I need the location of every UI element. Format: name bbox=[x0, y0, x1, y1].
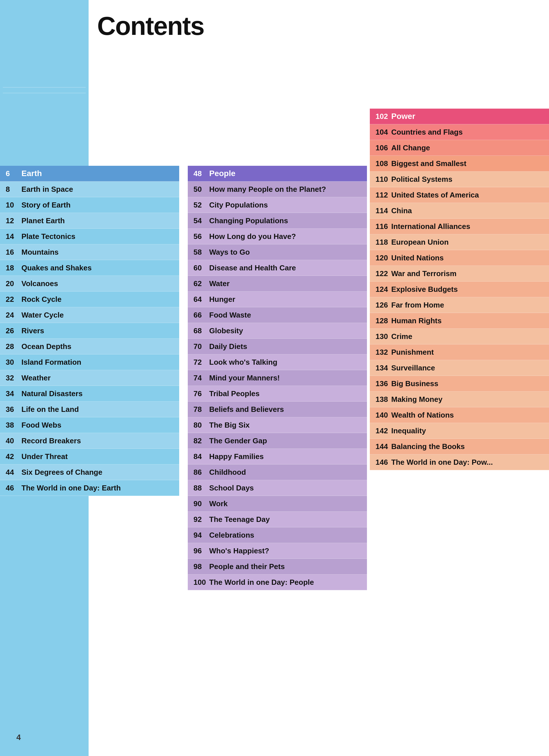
entry-label: Life on the Land bbox=[21, 405, 79, 414]
entry-label: United Nations bbox=[391, 254, 444, 262]
entry-label: Work bbox=[209, 499, 228, 508]
entry-number: 124 bbox=[376, 285, 391, 294]
entry-number: 54 bbox=[193, 216, 209, 225]
list-item: 12Planet Earth bbox=[0, 213, 179, 229]
entry-number: 138 bbox=[376, 395, 391, 404]
entry-number: 120 bbox=[376, 254, 391, 262]
list-item: 100The World in one Day: People bbox=[188, 575, 367, 590]
page-number: 4 bbox=[9, 727, 29, 747]
entry-number: 116 bbox=[376, 222, 391, 231]
entry-number: 48 bbox=[193, 169, 209, 178]
list-item: 18Quakes and Shakes bbox=[0, 260, 179, 276]
column-people: 48 People 50How many People on the Plane… bbox=[188, 109, 367, 590]
entry-label: Who's Happiest? bbox=[209, 546, 269, 555]
entry-label: European Union bbox=[391, 238, 449, 247]
entry-number: 24 bbox=[6, 311, 21, 320]
entry-number: 10 bbox=[6, 201, 21, 210]
list-item: 108Biggest and Smallest bbox=[370, 156, 549, 171]
entry-label: Water Cycle bbox=[21, 311, 64, 320]
contents-columns: 6 Earth 8Earth in Space 10Story of Earth… bbox=[0, 109, 549, 590]
entry-label: Changing Populations bbox=[209, 216, 288, 225]
list-item: 42Under Threat bbox=[0, 449, 179, 464]
entry-label: How many People on the Planet? bbox=[209, 185, 326, 194]
list-item: 64Hunger bbox=[188, 292, 367, 307]
entry-number: 134 bbox=[376, 364, 391, 372]
col2-spacer bbox=[188, 109, 367, 166]
entry-label: Quakes and Shakes bbox=[21, 264, 92, 272]
entry-label: Childhood bbox=[209, 468, 246, 477]
entry-number: 108 bbox=[376, 159, 391, 168]
list-item: 60Disease and Health Care bbox=[188, 260, 367, 276]
entry-label: Ways to Go bbox=[209, 248, 250, 257]
entry-number: 102 bbox=[376, 112, 391, 121]
list-item: 86Childhood bbox=[188, 464, 367, 480]
entry-number: 12 bbox=[6, 216, 21, 225]
entry-number: 80 bbox=[193, 421, 209, 430]
list-item: 14Plate Tectonics bbox=[0, 229, 179, 244]
list-item: 74Mind your Manners! bbox=[188, 370, 367, 386]
entry-label: The World in one Day: Pow... bbox=[391, 458, 493, 467]
entry-label: The Teenage Day bbox=[209, 515, 270, 524]
entry-number: 28 bbox=[6, 342, 21, 351]
entry-number: 100 bbox=[193, 578, 209, 587]
entry-number: 36 bbox=[6, 405, 21, 414]
entry-label: Inequality bbox=[391, 426, 426, 435]
entry-label: Beliefs and Believers bbox=[209, 405, 284, 414]
page-title: Contents bbox=[97, 11, 204, 41]
entry-number: 30 bbox=[6, 358, 21, 367]
entry-number: 84 bbox=[193, 452, 209, 461]
list-item: 104Countries and Flags bbox=[370, 124, 549, 140]
entry-number: 112 bbox=[376, 191, 391, 200]
entry-label: People and their Pets bbox=[209, 562, 285, 571]
entry-number: 70 bbox=[193, 342, 209, 351]
entry-number: 82 bbox=[193, 436, 209, 445]
list-item: 132Punishment bbox=[370, 344, 549, 360]
entry-number: 44 bbox=[6, 468, 21, 477]
entry-number: 78 bbox=[193, 405, 209, 414]
entry-number: 74 bbox=[193, 374, 209, 382]
entry-number: 38 bbox=[6, 421, 21, 430]
list-item: 30Island Formation bbox=[0, 354, 179, 370]
entry-number: 86 bbox=[193, 468, 209, 477]
list-item: 102 Power bbox=[370, 109, 549, 124]
entry-number: 142 bbox=[376, 426, 391, 435]
entry-label: Island Formation bbox=[21, 358, 81, 367]
entry-label: Human Rights bbox=[391, 316, 442, 325]
list-item: 126Far from Home bbox=[370, 297, 549, 313]
list-item: 120United Nations bbox=[370, 250, 549, 266]
entry-number: 146 bbox=[376, 458, 391, 467]
list-item: 134Surveillance bbox=[370, 360, 549, 376]
list-item: 66Food Waste bbox=[188, 307, 367, 323]
list-item: 118European Union bbox=[370, 234, 549, 250]
entry-label: Crime bbox=[391, 332, 412, 341]
entry-number: 122 bbox=[376, 269, 391, 278]
entry-label: Natural Disasters bbox=[21, 389, 83, 398]
entry-number: 42 bbox=[6, 452, 21, 461]
list-item: 92The Teenage Day bbox=[188, 512, 367, 527]
list-item: 52City Populations bbox=[188, 197, 367, 213]
entry-number: 110 bbox=[376, 175, 391, 184]
entry-number: 66 bbox=[193, 311, 209, 320]
list-item: 16Mountains bbox=[0, 244, 179, 260]
entry-label: International Alliances bbox=[391, 222, 470, 231]
entry-number: 34 bbox=[6, 389, 21, 398]
list-item: 124Explosive Budgets bbox=[370, 282, 549, 297]
col1-spacer bbox=[0, 109, 179, 166]
entry-label: Balancing the Books bbox=[391, 442, 465, 451]
entry-label: People bbox=[209, 169, 235, 178]
entry-number: 94 bbox=[193, 531, 209, 540]
list-item: 78Beliefs and Believers bbox=[188, 402, 367, 417]
list-item: 130Crime bbox=[370, 329, 549, 344]
list-item: 36Life on the Land bbox=[0, 402, 179, 417]
list-item: 98People and their Pets bbox=[188, 559, 367, 575]
entry-number: 76 bbox=[193, 389, 209, 398]
entry-label: China bbox=[391, 206, 412, 215]
list-item: 76Tribal Peoples bbox=[188, 386, 367, 402]
list-item: 128Human Rights bbox=[370, 313, 549, 329]
entry-label: Biggest and Smallest bbox=[391, 159, 466, 168]
entry-label: Six Degrees of Change bbox=[21, 468, 102, 477]
entry-number: 62 bbox=[193, 279, 209, 288]
entry-label: Earth bbox=[21, 169, 42, 178]
list-item: 20Volcanoes bbox=[0, 276, 179, 292]
entry-label: Under Threat bbox=[21, 452, 68, 461]
